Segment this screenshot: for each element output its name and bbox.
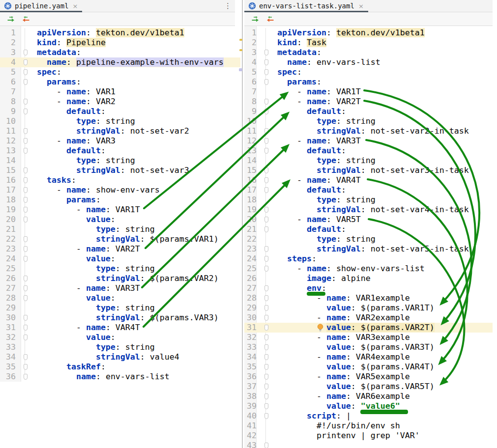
code-line[interactable]: 24 value:: [0, 254, 240, 264]
fold-marker-icon[interactable]: [264, 168, 268, 173]
navigate-forward-icon[interactable]: [251, 15, 259, 23]
fold-marker-icon[interactable]: [24, 177, 28, 183]
code-line[interactable]: 43: [244, 441, 493, 448]
code-line[interactable]: 5spec:: [244, 67, 493, 77]
code-line[interactable]: 22 type: string: [244, 234, 493, 244]
fold-marker-icon[interactable]: [264, 138, 268, 144]
fold-marker-icon[interactable]: [24, 197, 28, 203]
fold-marker-icon[interactable]: [264, 128, 268, 134]
fold-marker-icon[interactable]: [264, 226, 268, 232]
fold-marker-icon[interactable]: [24, 128, 28, 134]
code-line[interactable]: 8 - name: VAR2T: [244, 97, 493, 107]
fold-marker-icon[interactable]: [264, 325, 268, 331]
fold-marker-icon[interactable]: [264, 59, 268, 65]
fold-marker-icon[interactable]: [24, 374, 28, 380]
fold-marker-icon[interactable]: [24, 207, 28, 213]
more-options-icon[interactable]: ⋮: [221, 0, 235, 12]
code-editor-right[interactable]: 1apiVersion: tekton.dev/v1beta12kind: Ta…: [244, 26, 497, 448]
fold-marker-icon[interactable]: [264, 217, 268, 223]
tab-env-vars-list-task-yaml[interactable]: env-vars-list-task.yaml ×: [244, 0, 368, 12]
code-line[interactable]: 17 default:: [244, 185, 493, 195]
fold-marker-icon[interactable]: [24, 69, 28, 75]
code-line[interactable]: 12 - name: VAR3: [0, 136, 240, 146]
code-line[interactable]: 18 params:: [0, 195, 240, 205]
code-line[interactable]: 30 stringVal: $(params.VAR3): [0, 313, 240, 323]
code-line[interactable]: 14 type: string: [0, 156, 240, 166]
fold-marker-icon[interactable]: [24, 50, 28, 56]
code-line[interactable]: 24 steps:: [244, 254, 493, 264]
code-line[interactable]: 2kind: Pipeline: [0, 38, 240, 48]
code-line[interactable]: 40 script: |: [244, 411, 493, 421]
code-line[interactable]: 33 value: $(params.VAR3T): [244, 342, 493, 352]
code-line[interactable]: 28 - name: VAR1example: [244, 293, 493, 303]
code-line[interactable]: 23 stringVal: not-set-var5-in-task: [244, 244, 493, 254]
fold-marker-icon[interactable]: [264, 413, 268, 419]
code-line[interactable]: 18 type: string: [244, 195, 493, 205]
code-line[interactable]: 16 - name: VAR4T: [244, 175, 493, 185]
code-line[interactable]: 14 type: string: [244, 156, 493, 166]
code-line[interactable]: 20 value:: [0, 215, 240, 224]
navigate-back-icon[interactable]: [266, 15, 274, 23]
code-line[interactable]: 6 params:: [0, 77, 240, 87]
fold-marker-icon[interactable]: [24, 276, 28, 281]
code-line[interactable]: 25 type: string: [0, 264, 240, 274]
code-line[interactable]: 22 stringVal: $(params.VAR1): [0, 234, 240, 244]
code-line[interactable]: 37 value: $(params.VAR5T): [244, 382, 493, 392]
code-line[interactable]: 7 - name: VAR1: [0, 87, 240, 97]
fold-marker-icon[interactable]: [264, 285, 268, 291]
code-line[interactable]: 1apiVersion: tekton.dev/v1beta1: [0, 28, 240, 38]
code-line[interactable]: 19 - name: VAR1T: [0, 205, 240, 215]
code-line[interactable]: 27 env:: [244, 283, 493, 293]
fold-marker-icon[interactable]: [264, 364, 268, 370]
code-line[interactable]: 5spec:: [0, 67, 240, 77]
code-line[interactable]: 27 - name: VAR3T: [0, 283, 240, 293]
fold-marker-icon[interactable]: [24, 364, 28, 370]
fold-marker-icon[interactable]: [264, 384, 268, 390]
fold-marker-icon[interactable]: [264, 207, 268, 213]
code-line[interactable]: 3metadata:: [0, 48, 240, 57]
code-line[interactable]: 31 - name: VAR4T: [0, 323, 240, 333]
fold-marker-icon[interactable]: [24, 168, 28, 173]
code-line[interactable]: 12 - name: VAR3T: [244, 136, 493, 146]
code-line[interactable]: 4 name: pipeline-example-with-env-vars: [0, 57, 240, 67]
fold-marker-icon[interactable]: [24, 335, 28, 340]
code-line[interactable]: 10 type: string: [244, 116, 493, 126]
fold-marker-icon[interactable]: [24, 59, 28, 65]
fold-marker-icon[interactable]: [264, 295, 268, 301]
fold-marker-icon[interactable]: [24, 256, 28, 262]
code-line[interactable]: 23 - name: VAR2T: [0, 244, 240, 254]
fold-marker-icon[interactable]: [264, 187, 268, 193]
code-line[interactable]: 2kind: Task: [244, 38, 493, 48]
code-line[interactable]: 21 type: string: [0, 224, 240, 234]
code-line[interactable]: 13 default:: [244, 146, 493, 156]
code-line[interactable]: 30 - name: VAR2example: [244, 313, 493, 323]
fold-marker-icon[interactable]: [264, 79, 268, 85]
fold-marker-icon[interactable]: [24, 325, 28, 331]
fold-marker-icon[interactable]: [24, 354, 28, 360]
code-line[interactable]: 16 tasks:: [0, 175, 240, 185]
code-line[interactable]: 11 stringVal: not-set-var2: [0, 126, 240, 136]
intention-bulb-icon[interactable]: [317, 324, 323, 332]
fold-marker-icon[interactable]: [264, 69, 268, 75]
code-line[interactable]: 7 - name: VAR1T: [244, 87, 493, 97]
fold-marker-icon[interactable]: [24, 79, 28, 85]
fold-marker-icon[interactable]: [24, 246, 28, 252]
navigate-forward-icon[interactable]: [6, 15, 15, 23]
code-line[interactable]: 19 stringVal: not-set-var4-in-task: [244, 205, 493, 215]
code-line[interactable]: 31 value: $(params.VAR2T): [244, 323, 493, 333]
code-line[interactable]: 25 - name: show-env-vars-list: [244, 264, 493, 274]
fold-marker-icon[interactable]: [264, 109, 268, 114]
code-line[interactable]: 8 - name: VAR2: [0, 97, 240, 107]
code-line[interactable]: 11 stringVal: not-set-var2-in-task: [244, 126, 493, 136]
code-line[interactable]: 36 name: env-vars-list: [0, 372, 240, 382]
tab-pipeline-yaml[interactable]: pipeline.yaml ×: [0, 0, 82, 12]
code-line[interactable]: 15 stringVal: not-set-var3: [0, 166, 240, 175]
fold-marker-icon[interactable]: [264, 266, 268, 272]
code-line[interactable]: 39 value: "value6": [244, 401, 493, 411]
fold-marker-icon[interactable]: [24, 99, 28, 105]
code-line[interactable]: 35 value: $(params.VAR4T): [244, 362, 493, 372]
fold-marker-icon[interactable]: [24, 295, 28, 301]
fold-marker-icon[interactable]: [264, 335, 268, 340]
fold-marker-icon[interactable]: [24, 187, 28, 193]
code-line[interactable]: 29 type: string: [0, 303, 240, 313]
